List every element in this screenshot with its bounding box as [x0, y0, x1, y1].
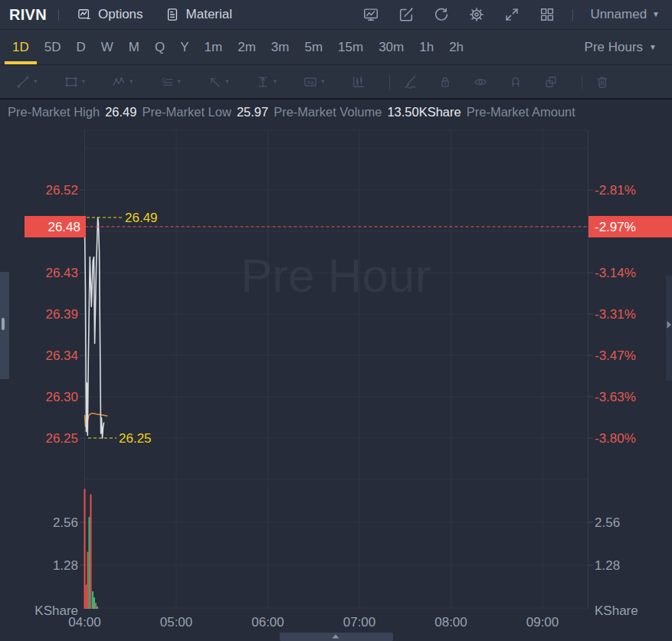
timeframe-y[interactable]: Y	[172, 30, 196, 64]
svg-text:1.28: 1.28	[53, 558, 78, 573]
chart-area[interactable]: Pre Hour26.4926.2526.5226.4326.3926.3426…	[0, 125, 672, 641]
svg-text:-2.97%: -2.97%	[595, 220, 636, 234]
svg-text:07:00: 07:00	[343, 615, 376, 630]
stat-label: Pre-Market High	[8, 105, 100, 119]
session-label: Pre Hours	[585, 40, 644, 55]
chevron-down-icon[interactable]: ▾	[321, 78, 325, 85]
stat-value: 13.50KShare	[387, 105, 461, 119]
chevron-down-icon[interactable]: ▾	[82, 78, 86, 85]
svg-text:26.43: 26.43	[45, 266, 78, 280]
timeframe-1h[interactable]: 1h	[411, 30, 441, 64]
tool-group: ▾	[207, 74, 229, 90]
timeframe-items: 1D5DDWMQY1m2m3m5m15m30m1h2h	[5, 30, 471, 64]
timeframe-1d[interactable]: 1D	[5, 30, 37, 64]
lock-icon[interactable]	[438, 74, 453, 90]
right-panel-handle[interactable]	[666, 276, 672, 381]
edit-icon[interactable]	[398, 6, 415, 23]
header-tab-label: Material	[186, 7, 232, 22]
workspace-dropdown[interactable]: Unnamed ▼	[590, 7, 660, 22]
svg-text:26.34: 26.34	[45, 348, 78, 363]
svg-text:09:00: 09:00	[526, 615, 559, 630]
timeframe-30m[interactable]: 30m	[371, 30, 411, 64]
drawing-toolbar: ▾▾▾G▾▾▾Aa▾	[0, 65, 672, 100]
measure-icon[interactable]	[255, 74, 270, 90]
timeframe-q[interactable]: Q	[147, 30, 172, 64]
svg-text:06:00: 06:00	[251, 615, 284, 630]
svg-text:2.56: 2.56	[595, 515, 620, 530]
refresh-icon[interactable]	[433, 6, 450, 23]
top-bar: RIVN OptionsMaterial Unnamed ▼	[0, 0, 672, 30]
settings-icon[interactable]	[468, 6, 485, 23]
tool-group: ▾	[64, 74, 86, 90]
stat-label: Pre-Market Amount	[467, 105, 575, 119]
volume-bar	[87, 552, 88, 609]
brush-icon[interactable]	[402, 74, 418, 90]
chevron-down-icon[interactable]: ▾	[225, 78, 229, 85]
timeframe-w[interactable]: W	[93, 30, 121, 64]
svg-text:26.52: 26.52	[45, 183, 78, 198]
layout-icon[interactable]	[539, 6, 556, 23]
header-tab-material[interactable]: Material	[165, 7, 232, 22]
volume-bars	[84, 489, 99, 609]
left-panel-handle[interactable]	[0, 272, 9, 379]
current-percent-tag: -2.97%	[588, 216, 672, 237]
top-bar-left: RIVN OptionsMaterial	[9, 6, 232, 24]
duplicate-icon[interactable]	[543, 74, 559, 90]
timeframe-3m[interactable]: 3m	[264, 30, 297, 64]
svg-text:26.30: 26.30	[45, 390, 78, 404]
divider	[389, 74, 390, 90]
timeframe-15m[interactable]: 15m	[330, 30, 371, 64]
rectangle-icon[interactable]	[64, 74, 79, 90]
timeframe-2m[interactable]: 2m	[230, 30, 264, 64]
text-icon[interactable]: Aa	[303, 74, 318, 90]
chevron-down-icon[interactable]: ▾	[129, 78, 133, 85]
chevron-down-icon: ▼	[652, 11, 660, 18]
tool-group: Aa▾	[303, 74, 325, 90]
tool-group: ▾	[255, 74, 277, 90]
session-selector[interactable]: Pre Hours ▼	[585, 40, 657, 55]
divider	[582, 74, 582, 90]
session-watermark: Pre Hour	[241, 249, 431, 302]
volume-bar	[85, 585, 87, 610]
timeframe-bar: 1D5DDWMQY1m2m3m5m15m30m1h2h Pre Hours ▼	[0, 30, 672, 65]
timeframe-m[interactable]: M	[121, 30, 147, 64]
time-axis-labels: 04:0005:0006:0007:0008:0009:00	[68, 615, 559, 630]
header-tabs: OptionsMaterial	[77, 7, 232, 22]
trendline-icon[interactable]	[15, 74, 31, 90]
wave-icon[interactable]	[111, 74, 126, 90]
timeframe-d[interactable]: D	[68, 30, 93, 64]
arrow-icon[interactable]	[207, 74, 222, 90]
volume-bar	[90, 494, 91, 609]
svg-text:26.39: 26.39	[45, 307, 78, 322]
header-tab-label: Options	[98, 7, 143, 22]
header-tab-options[interactable]: Options	[77, 7, 143, 22]
chevron-down-icon[interactable]: ▾	[178, 78, 182, 85]
magnet-icon[interactable]	[508, 74, 523, 90]
svg-text:-3.14%: -3.14%	[595, 266, 636, 280]
chevron-down-icon[interactable]: ▾	[274, 78, 277, 85]
fullscreen-icon[interactable]	[503, 6, 520, 23]
h-scrollbar[interactable]	[280, 633, 393, 641]
stat-label: Pre-Market Volume	[274, 105, 382, 119]
svg-text:Aa: Aa	[307, 79, 314, 85]
volume-bar	[95, 603, 97, 609]
trading-app: RIVN OptionsMaterial Unnamed ▼ 1D5DDWMQY…	[0, 0, 672, 641]
svg-text:2.56: 2.56	[53, 515, 78, 530]
volume-bar	[84, 489, 86, 609]
eye-icon[interactable]	[473, 74, 488, 90]
volume-bar	[93, 597, 95, 609]
chevron-down-icon[interactable]: ▾	[34, 78, 38, 85]
candlestick-icon[interactable]	[351, 74, 366, 90]
trash-icon[interactable]	[595, 74, 610, 90]
timeframe-2h[interactable]: 2h	[441, 30, 471, 64]
svg-text:04:00: 04:00	[68, 615, 101, 630]
timeframe-1m[interactable]: 1m	[197, 30, 231, 64]
svg-text:26.48: 26.48	[48, 220, 80, 234]
screener-icon[interactable]	[362, 6, 379, 23]
tool-group: ▾	[111, 74, 133, 90]
timeframe-5d[interactable]: 5D	[37, 30, 69, 64]
svg-text:-3.63%: -3.63%	[595, 390, 636, 404]
current-price-tag: 26.48	[25, 216, 86, 237]
timeframe-5m[interactable]: 5m	[297, 30, 330, 64]
gann-icon[interactable]: G	[159, 74, 175, 90]
